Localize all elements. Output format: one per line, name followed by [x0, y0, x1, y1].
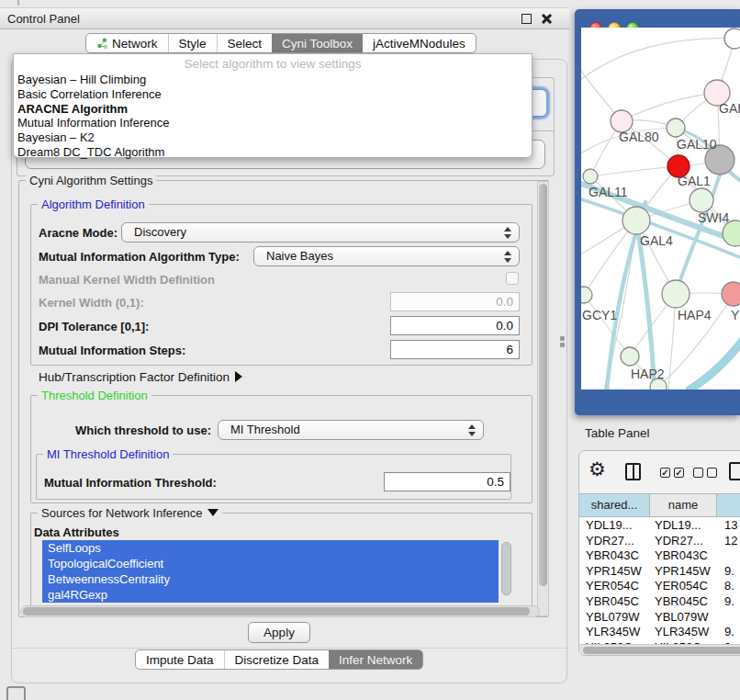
hub-factor-label: Hub/Transcription Factor Definition [39, 370, 230, 384]
desktop: { "control_panel": { "title": "Control P… [0, 0, 740, 700]
scrollbar-thumb[interactable] [583, 647, 740, 654]
network-node[interactable] [662, 280, 690, 308]
node-label-gal: GAL [719, 101, 740, 116]
node-label-gal10: GAL10 [677, 137, 717, 152]
tab-label: Select [228, 34, 263, 53]
table-row[interactable]: YPR145WYPR145W9. [579, 563, 740, 579]
attribute-item-selfloops[interactable]: SelfLoops [42, 540, 499, 556]
select-all-checkbox-icon[interactable]: ✓ [674, 468, 684, 478]
tab-label: Style [179, 34, 207, 53]
mi-threshold-title: MI Threshold Definition [43, 447, 173, 461]
tab-label: Impute Data [146, 650, 214, 670]
tab-label: Cyni Toolbox [282, 34, 353, 53]
tab-select[interactable]: Select [217, 34, 273, 52]
settings-horizontal-scrollbar[interactable] [20, 605, 540, 617]
kernel-width-label: Kernel Width (0,1): [39, 296, 144, 310]
control-panel-title: Control Panel [7, 12, 80, 26]
data-attributes-label: Data Attributes [34, 525, 119, 539]
attribute-item-gal4rgexp[interactable]: gal4RGexp [42, 587, 499, 603]
float-panel-icon[interactable] [521, 14, 532, 24]
table-row[interactable]: YLR345WYLR345W9. [579, 624, 740, 639]
settings-vertical-scrollbar[interactable] [537, 181, 549, 616]
network-node[interactable] [667, 119, 685, 137]
apply-button[interactable]: Apply [248, 622, 310, 643]
network-node[interactable] [722, 282, 740, 306]
cell: YBR045C [655, 594, 708, 608]
tab-infer-network[interactable]: Infer Network [329, 650, 422, 669]
attribute-item-betweennesscentrality[interactable]: BetweennessCentrality [42, 571, 499, 587]
tab-jactivemnodules[interactable]: jActiveMNodules [363, 34, 476, 52]
cell: YER054C [586, 579, 639, 593]
manual-kernel-label: Manual Kernel Width Definition [39, 273, 215, 287]
algorithm-option-basic-correlation-inference[interactable]: Basic Correlation Inference [17, 87, 528, 102]
algorithm-option-bayesian-k2[interactable]: Bayesian – K2 [17, 130, 528, 145]
table-horizontal-scrollbar[interactable] [579, 644, 740, 655]
aracne-mode-label: Aracne Mode: [39, 226, 118, 240]
mi-type-combobox[interactable]: Naive Bayes [253, 246, 520, 266]
algorithm-option-bayesian-hill-climbing[interactable]: Bayesian – Hill Climbing [17, 73, 528, 87]
attributes-scrollbar[interactable] [501, 542, 511, 595]
cell: YPR145W [655, 564, 711, 578]
cell: YBR045C [586, 594, 639, 608]
table-row[interactable]: YER054CYER054C8. [579, 578, 740, 593]
columns-icon[interactable] [625, 463, 641, 480]
column-header-shared[interactable]: shared... [579, 494, 650, 516]
mi-threshold-field[interactable]: 0.5 [384, 472, 510, 491]
gear-icon[interactable]: ⚙ [589, 458, 606, 480]
cell: YER054C [655, 579, 708, 593]
table-row[interactable]: YBL079WYBL079W [579, 609, 740, 625]
algorithm-option-aracne-algorithm[interactable]: ARACNE Algorithm [17, 102, 528, 117]
dpi-tolerance-label: DPI Tolerance [0,1]: [39, 320, 149, 333]
new-table-icon[interactable] [729, 462, 740, 480]
network-canvas[interactable]: GALGAL80GAL10GAL1GAL11SWI4GAL4GCY1HAP4YH… [581, 28, 740, 390]
algorithm-option-mutual-information-inference[interactable]: Mutual Information Inference [17, 116, 528, 130]
cell: YBL079W [655, 610, 709, 624]
table-header-row: shared...name [579, 493, 740, 517]
network-node[interactable] [583, 169, 598, 184]
tab-label: Infer Network [339, 650, 412, 670]
panel-divider-grip[interactable] [559, 336, 566, 348]
tab-style[interactable]: Style [168, 34, 217, 52]
tab-impute-data[interactable]: Impute Data [136, 650, 224, 669]
node-label-gal4: GAL4 [640, 233, 673, 248]
attribute-item-topologicalcoefficient[interactable]: TopologicalCoefficient [42, 556, 499, 571]
node-label-gal1: GAL1 [678, 174, 711, 188]
cell: YLR345W [586, 625, 640, 638]
column-header-name[interactable]: name [650, 494, 717, 516]
table-row[interactable]: YDR27...YDR27...12 [579, 533, 740, 548]
table-row[interactable]: YBR045CYBR045C9. [579, 593, 740, 609]
node-label-swi4: SWI4 [698, 210, 729, 225]
hub-factor-expander[interactable]: Hub/Transcription Factor Definition [39, 370, 242, 384]
algorithm-option-dream8-dc-tdc-algorithm[interactable]: Dream8 DC_TDC Algorithm [17, 145, 528, 160]
network-node[interactable] [724, 28, 740, 49]
tab-discretize-data[interactable]: Discretize Data [224, 650, 330, 669]
which-threshold-combobox[interactable]: MI Threshold [218, 420, 484, 440]
collapsed-panel-icon[interactable] [6, 686, 26, 700]
cell: YLR345W [655, 625, 709, 638]
table-row[interactable]: YDL19...YDL19...13 [579, 517, 740, 533]
table-row[interactable]: YBR043CYBR043C [579, 548, 740, 563]
cell: YPR145W [586, 564, 642, 578]
network-node[interactable] [690, 188, 713, 212]
network-node[interactable] [622, 207, 650, 234]
network-node[interactable] [581, 287, 592, 303]
column-header-hidden[interactable] [717, 494, 740, 516]
combo-arrows-icon [468, 423, 476, 437]
sources-title[interactable]: Sources for Network Inference [38, 506, 222, 520]
sources-title-text: Sources for Network Inference [41, 506, 203, 520]
deselect-all-checkbox-icon[interactable] [693, 468, 703, 478]
select-all-checkbox-icon[interactable]: ✓ [660, 468, 670, 478]
scrollbar-thumb[interactable] [539, 184, 547, 586]
deselect-all-checkbox-icon[interactable] [707, 468, 717, 478]
dpi-tolerance-field[interactable]: 0.0 [390, 316, 520, 335]
scrollbar-thumb[interactable] [23, 607, 530, 615]
tab-network[interactable]: Network [86, 34, 168, 52]
network-node[interactable] [621, 347, 639, 366]
close-panel-icon[interactable] [540, 13, 552, 25]
mi-steps-field[interactable]: 6 [390, 340, 520, 359]
cyni-bottom-tabs: Impute DataDiscretize DataInfer Network [135, 649, 423, 670]
table-body: YDL19...YDL19...13YDR27...YDR27...12YBR0… [579, 517, 740, 656]
cell: YDL19... [586, 518, 633, 532]
tab-cyni-toolbox[interactable]: Cyni Toolbox [272, 34, 363, 52]
aracne-mode-combobox[interactable]: Discovery [121, 222, 520, 243]
